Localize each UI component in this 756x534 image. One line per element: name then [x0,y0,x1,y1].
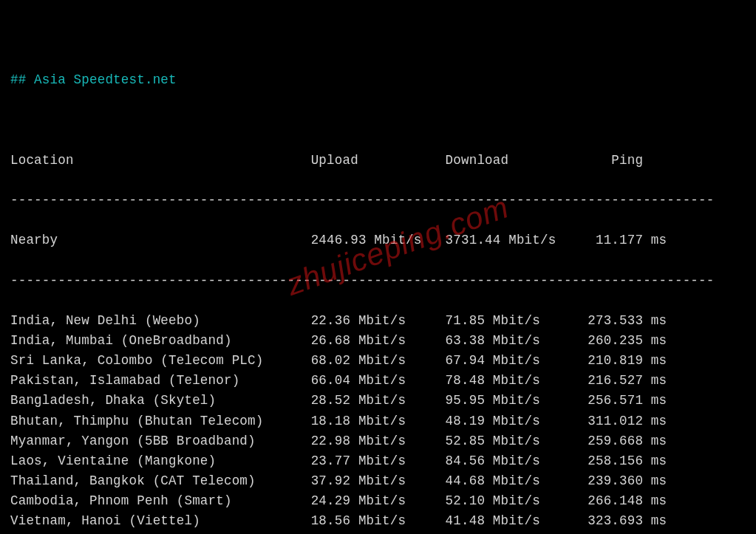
data-rows: India, New Delhi (Weebo) 22.36 Mbit/s 71… [10,311,746,534]
section-title: ## Asia Speedtest.net [10,70,746,90]
divider: ----------------------------------------… [10,191,746,210]
column-headers: Location Upload Download Ping [10,151,746,171]
divider: ----------------------------------------… [10,271,746,291]
nearby-row: Nearby 2446.93 Mbit/s 3731.44 Mbit/s 11.… [10,230,746,250]
blank-line [10,111,746,131]
